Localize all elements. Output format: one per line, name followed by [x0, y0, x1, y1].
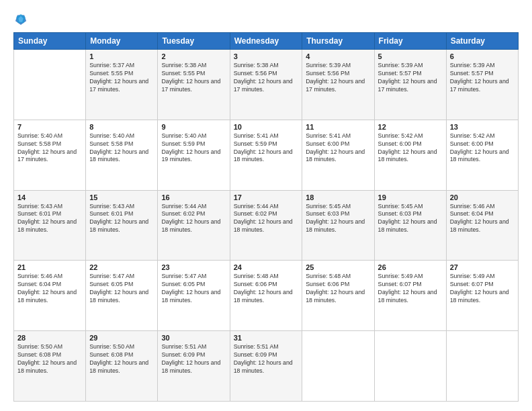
- calendar-cell: [302, 331, 374, 402]
- weekday-header-friday: Friday: [374, 33, 446, 50]
- day-number: 8: [89, 123, 154, 131]
- day-number: 23: [161, 263, 226, 271]
- calendar-cell: [14, 50, 86, 120]
- weekday-header-thursday: Thursday: [302, 33, 374, 50]
- day-number: 4: [306, 52, 370, 60]
- logo: [13, 12, 31, 27]
- day-info: Sunrise: 5:38 AMSunset: 5:55 PMDaylight:…: [161, 62, 226, 94]
- day-info: Sunrise: 5:42 AMSunset: 6:00 PMDaylight:…: [450, 132, 515, 165]
- day-info: Sunrise: 5:43 AMSunset: 6:01 PMDaylight:…: [89, 203, 154, 235]
- day-info: Sunrise: 5:43 AMSunset: 6:01 PMDaylight:…: [17, 203, 82, 235]
- calendar-header: SundayMondayTuesdayWednesdayThursdayFrid…: [14, 33, 519, 50]
- calendar-cell: 8Sunrise: 5:40 AMSunset: 5:58 PMDaylight…: [86, 120, 158, 190]
- day-info: Sunrise: 5:51 AMSunset: 6:09 PMDaylight:…: [161, 343, 226, 375]
- logo-icon: [13, 12, 28, 27]
- calendar-cell: 5Sunrise: 5:39 AMSunset: 5:57 PMDaylight…: [374, 50, 446, 120]
- calendar-week-row: 7Sunrise: 5:40 AMSunset: 5:58 PMDaylight…: [14, 120, 519, 190]
- day-number: 14: [17, 193, 82, 201]
- calendar-body: 1Sunrise: 5:37 AMSunset: 5:55 PMDaylight…: [14, 50, 519, 402]
- day-number: 17: [234, 193, 299, 201]
- calendar-cell: 9Sunrise: 5:40 AMSunset: 5:59 PMDaylight…: [158, 120, 230, 190]
- calendar-cell: 25Sunrise: 5:48 AMSunset: 6:06 PMDayligh…: [302, 261, 374, 331]
- day-info: Sunrise: 5:40 AMSunset: 5:58 PMDaylight:…: [17, 132, 82, 165]
- day-number: 11: [306, 123, 370, 131]
- weekday-header-saturday: Saturday: [446, 33, 518, 50]
- calendar-cell: [374, 331, 446, 402]
- weekday-header-monday: Monday: [86, 33, 158, 50]
- calendar-cell: [446, 331, 518, 402]
- day-info: Sunrise: 5:38 AMSunset: 5:56 PMDaylight:…: [234, 62, 299, 94]
- page: SundayMondayTuesdayWednesdayThursdayFrid…: [0, 0, 532, 411]
- weekday-header-sunday: Sunday: [14, 33, 86, 50]
- day-number: 21: [17, 263, 82, 271]
- calendar-cell: 14Sunrise: 5:43 AMSunset: 6:01 PMDayligh…: [14, 190, 86, 261]
- day-number: 30: [161, 334, 226, 342]
- calendar-cell: 30Sunrise: 5:51 AMSunset: 6:09 PMDayligh…: [158, 331, 230, 402]
- day-info: Sunrise: 5:47 AMSunset: 6:05 PMDaylight:…: [161, 273, 226, 305]
- calendar-week-row: 28Sunrise: 5:50 AMSunset: 6:08 PMDayligh…: [14, 331, 519, 402]
- day-number: 29: [89, 334, 154, 342]
- day-info: Sunrise: 5:37 AMSunset: 5:55 PMDaylight:…: [89, 62, 154, 94]
- day-number: 12: [378, 123, 443, 131]
- day-number: 24: [234, 263, 299, 271]
- day-info: Sunrise: 5:45 AMSunset: 6:03 PMDaylight:…: [306, 203, 370, 235]
- day-number: 9: [161, 123, 226, 131]
- calendar-cell: 31Sunrise: 5:51 AMSunset: 6:09 PMDayligh…: [230, 331, 302, 402]
- day-info: Sunrise: 5:46 AMSunset: 6:04 PMDaylight:…: [450, 203, 515, 235]
- calendar-week-row: 1Sunrise: 5:37 AMSunset: 5:55 PMDaylight…: [14, 50, 519, 120]
- day-number: 27: [450, 263, 515, 271]
- day-info: Sunrise: 5:46 AMSunset: 6:04 PMDaylight:…: [17, 273, 82, 305]
- calendar-cell: 1Sunrise: 5:37 AMSunset: 5:55 PMDaylight…: [86, 50, 158, 120]
- calendar-cell: 16Sunrise: 5:44 AMSunset: 6:02 PMDayligh…: [158, 190, 230, 261]
- calendar-cell: 15Sunrise: 5:43 AMSunset: 6:01 PMDayligh…: [86, 190, 158, 261]
- calendar-cell: 6Sunrise: 5:39 AMSunset: 5:57 PMDaylight…: [446, 50, 518, 120]
- day-number: 2: [161, 52, 226, 60]
- day-number: 6: [450, 52, 515, 60]
- day-number: 13: [450, 123, 515, 131]
- day-number: 15: [89, 193, 154, 201]
- calendar-cell: 3Sunrise: 5:38 AMSunset: 5:56 PMDaylight…: [230, 50, 302, 120]
- day-number: 1: [89, 52, 154, 60]
- day-number: 5: [378, 52, 443, 60]
- day-number: 19: [378, 193, 443, 201]
- day-info: Sunrise: 5:48 AMSunset: 6:06 PMDaylight:…: [306, 273, 370, 305]
- calendar-cell: 29Sunrise: 5:50 AMSunset: 6:08 PMDayligh…: [86, 331, 158, 402]
- day-number: 3: [234, 52, 299, 60]
- header: [13, 12, 519, 27]
- calendar-cell: 21Sunrise: 5:46 AMSunset: 6:04 PMDayligh…: [14, 261, 86, 331]
- day-number: 18: [306, 193, 370, 201]
- calendar-cell: 28Sunrise: 5:50 AMSunset: 6:08 PMDayligh…: [14, 331, 86, 402]
- day-info: Sunrise: 5:50 AMSunset: 6:08 PMDaylight:…: [17, 343, 82, 375]
- calendar-cell: 11Sunrise: 5:41 AMSunset: 6:00 PMDayligh…: [302, 120, 374, 190]
- day-info: Sunrise: 5:51 AMSunset: 6:09 PMDaylight:…: [234, 343, 299, 375]
- day-info: Sunrise: 5:40 AMSunset: 5:58 PMDaylight:…: [89, 132, 154, 165]
- calendar-cell: 22Sunrise: 5:47 AMSunset: 6:05 PMDayligh…: [86, 261, 158, 331]
- day-info: Sunrise: 5:41 AMSunset: 6:00 PMDaylight:…: [306, 132, 370, 165]
- calendar-table: SundayMondayTuesdayWednesdayThursdayFrid…: [13, 32, 519, 402]
- day-info: Sunrise: 5:47 AMSunset: 6:05 PMDaylight:…: [89, 273, 154, 305]
- day-info: Sunrise: 5:48 AMSunset: 6:06 PMDaylight:…: [234, 273, 299, 305]
- calendar-week-row: 14Sunrise: 5:43 AMSunset: 6:01 PMDayligh…: [14, 190, 519, 261]
- weekday-header-row: SundayMondayTuesdayWednesdayThursdayFrid…: [14, 33, 519, 50]
- day-info: Sunrise: 5:39 AMSunset: 5:57 PMDaylight:…: [450, 62, 515, 94]
- calendar-cell: 12Sunrise: 5:42 AMSunset: 6:00 PMDayligh…: [374, 120, 446, 190]
- day-info: Sunrise: 5:50 AMSunset: 6:08 PMDaylight:…: [89, 343, 154, 375]
- day-number: 10: [234, 123, 299, 131]
- calendar-cell: 17Sunrise: 5:44 AMSunset: 6:02 PMDayligh…: [230, 190, 302, 261]
- weekday-header-tuesday: Tuesday: [158, 33, 230, 50]
- day-info: Sunrise: 5:42 AMSunset: 6:00 PMDaylight:…: [378, 132, 443, 165]
- day-number: 25: [306, 263, 370, 271]
- day-info: Sunrise: 5:39 AMSunset: 5:56 PMDaylight:…: [306, 62, 370, 94]
- day-number: 16: [161, 193, 226, 201]
- calendar-cell: 2Sunrise: 5:38 AMSunset: 5:55 PMDaylight…: [158, 50, 230, 120]
- day-info: Sunrise: 5:40 AMSunset: 5:59 PMDaylight:…: [161, 132, 226, 165]
- calendar-cell: 24Sunrise: 5:48 AMSunset: 6:06 PMDayligh…: [230, 261, 302, 331]
- day-info: Sunrise: 5:39 AMSunset: 5:57 PMDaylight:…: [378, 62, 443, 94]
- day-number: 20: [450, 193, 515, 201]
- calendar-cell: 20Sunrise: 5:46 AMSunset: 6:04 PMDayligh…: [446, 190, 518, 261]
- day-number: 7: [17, 123, 82, 131]
- day-number: 31: [234, 334, 299, 342]
- day-number: 26: [378, 263, 443, 271]
- calendar-cell: 4Sunrise: 5:39 AMSunset: 5:56 PMDaylight…: [302, 50, 374, 120]
- calendar-cell: 27Sunrise: 5:49 AMSunset: 6:07 PMDayligh…: [446, 261, 518, 331]
